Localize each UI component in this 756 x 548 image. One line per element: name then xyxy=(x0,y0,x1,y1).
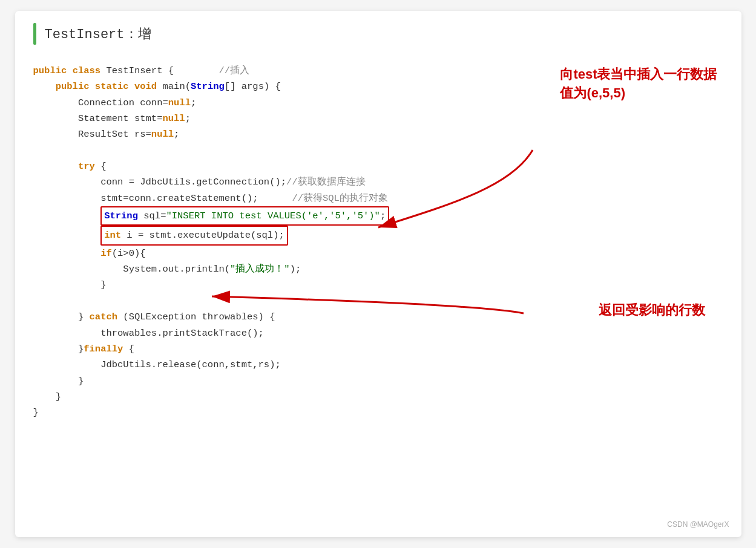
main-card: TestInsert：增 public class TestInsert { /… xyxy=(15,11,741,537)
code-area: public class TestInsert { //插入 public st… xyxy=(33,63,723,421)
code-line-9: stmt=conn.createStatement(); //获得SQL的执行对… xyxy=(33,191,723,206)
code-line-21: } xyxy=(33,389,723,405)
annotation-bottom: 返回受影响的行数 xyxy=(599,301,705,319)
annotation-top: 向test表当中插入一行数据 值为(e,5,5) xyxy=(560,65,717,103)
watermark: CSDN @MAOgerX xyxy=(667,520,729,529)
code-line-4: Statement stmt=null; xyxy=(33,111,723,126)
green-accent-bar xyxy=(33,23,36,45)
code-line-11: int i = stmt.executeUpdate(sql); xyxy=(33,226,723,245)
code-line-5: ResultSet rs=null; xyxy=(33,126,723,142)
code-line-10: String sql="INSERT INTO test VALUES('e',… xyxy=(33,206,723,226)
code-line-8: conn = JdbcUtils.getConnection();//获取数据库… xyxy=(33,174,723,190)
code-line-14: } xyxy=(33,277,723,293)
code-line-18: }finally { xyxy=(33,341,723,357)
code-line-12: if(i>0){ xyxy=(33,246,723,261)
code-line-19: JdbcUtils.release(conn,stmt,rs); xyxy=(33,357,723,373)
header-bar: TestInsert：增 xyxy=(33,23,723,50)
code-line-22: } xyxy=(33,405,723,420)
code-line-20: } xyxy=(33,373,723,389)
header-title: TestInsert：增 xyxy=(45,25,151,43)
code-line-17: throwables.printStackTrace(); xyxy=(33,325,723,341)
code-line-7: try { xyxy=(33,158,723,174)
code-line-13: System.out.println("插入成功！"); xyxy=(33,261,723,277)
code-line-6 xyxy=(33,143,723,158)
